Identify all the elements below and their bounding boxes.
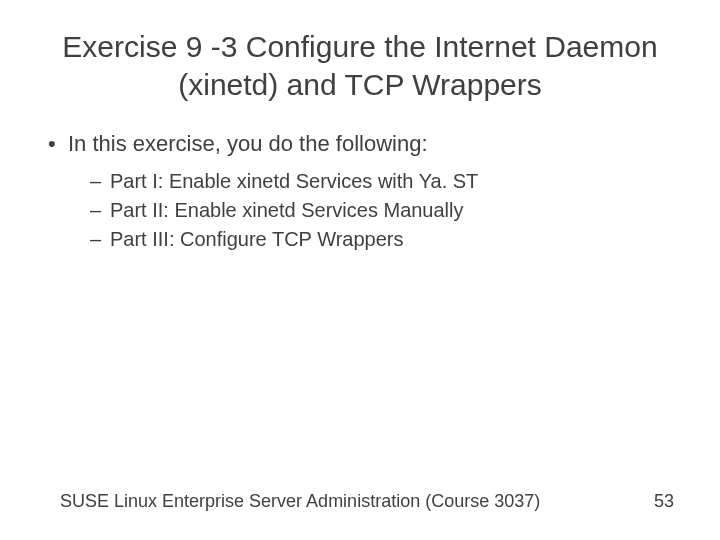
part-text: Part I: Enable xinetd Services with Ya. … [110,167,478,196]
slide-footer: SUSE Linux Enterprise Server Administrat… [0,491,720,512]
dash-icon: – [90,167,110,196]
slide-title: Exercise 9 -3 Configure the Internet Dae… [40,28,680,103]
dash-icon: – [90,225,110,254]
sub-list: – Part I: Enable xinetd Services with Ya… [46,167,680,254]
intro-text: In this exercise, you do the following: [68,131,428,157]
list-item: – Part III: Configure TCP Wrappers [90,225,680,254]
slide-content: • In this exercise, you do the following… [40,131,680,254]
part-text: Part II: Enable xinetd Services Manually [110,196,464,225]
bullet-icon: • [46,131,68,157]
bullet-intro: • In this exercise, you do the following… [46,131,680,157]
footer-page-number: 53 [654,491,674,512]
list-item: – Part I: Enable xinetd Services with Ya… [90,167,680,196]
footer-course: SUSE Linux Enterprise Server Administrat… [60,491,540,512]
dash-icon: – [90,196,110,225]
slide: Exercise 9 -3 Configure the Internet Dae… [0,0,720,540]
part-text: Part III: Configure TCP Wrappers [110,225,403,254]
list-item: – Part II: Enable xinetd Services Manual… [90,196,680,225]
